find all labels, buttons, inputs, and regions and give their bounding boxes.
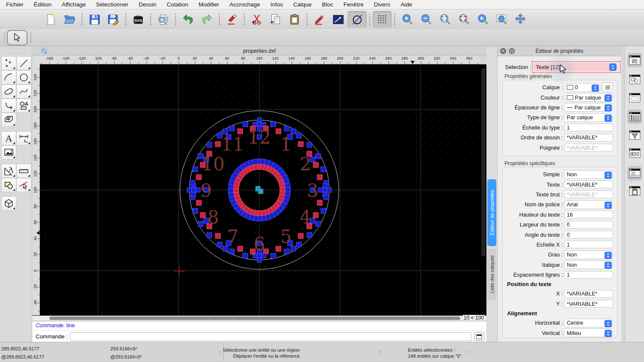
- combo-stepper-icon[interactable]: [605, 330, 612, 337]
- zoom-in-button[interactable]: [398, 11, 416, 27]
- specific-combo[interactable]: Non: [564, 260, 613, 269]
- redo-button[interactable]: [197, 11, 216, 27]
- tool-ellipse-button[interactable]: [1, 84, 16, 99]
- selection-combo[interactable]: Texte [12]: [533, 63, 617, 72]
- tool-line-button[interactable]: [16, 56, 31, 70]
- clipboard-window-button[interactable]: [627, 184, 642, 198]
- grid-toggle-button[interactable]: [373, 11, 392, 27]
- filter-window-button[interactable]: [627, 128, 642, 142]
- menu-bloc[interactable]: Bloc: [322, 1, 333, 8]
- specific-combo[interactable]: Centre: [564, 319, 613, 327]
- open-file-button[interactable]: [60, 11, 79, 27]
- specific-combo[interactable]: Non: [564, 170, 613, 179]
- specific-input[interactable]: 1: [564, 241, 613, 248]
- drawing-canvas[interactable]: 123456789101112: [40, 64, 480, 315]
- zoom-selection-button[interactable]: [454, 11, 473, 27]
- save-as-button[interactable]: [104, 11, 123, 27]
- specific-combo[interactable]: Milieu: [564, 329, 613, 337]
- canvas-vertical-scrollbar[interactable]: [480, 64, 486, 315]
- specific-input[interactable]: 16: [564, 211, 613, 218]
- command-panel-button[interactable]: [474, 332, 484, 341]
- general-input[interactable]: *VARIABLE*: [564, 134, 613, 142]
- tool-shapes-button[interactable]: [16, 99, 31, 113]
- copy-button[interactable]: [266, 11, 285, 27]
- document-tab-title[interactable]: properties.dxf: [243, 48, 276, 54]
- view-window-button[interactable]: [627, 146, 642, 160]
- combo-stepper-icon[interactable]: [605, 252, 612, 259]
- circle-line-button[interactable]: [348, 11, 367, 27]
- scrollbar-thumb[interactable]: [481, 68, 486, 256]
- tool-block-button[interactable]: [1, 178, 16, 192]
- menu-sélectionner[interactable]: Sélectionner: [96, 1, 128, 8]
- menu-calque[interactable]: Calque: [293, 1, 312, 8]
- menu-cotation[interactable]: Cotation: [167, 1, 188, 8]
- close-icon[interactable]: ✕: [500, 48, 506, 54]
- svg-export-button[interactable]: SVG: [129, 11, 148, 27]
- combo-stepper-icon[interactable]: [605, 115, 612, 122]
- save-button[interactable]: [85, 11, 104, 27]
- specific-input[interactable]: *VARIABLE*: [564, 290, 613, 298]
- float-window-icon[interactable]: [509, 48, 515, 54]
- tool-dimension-button[interactable]: [16, 131, 31, 145]
- eraser-button[interactable]: [222, 11, 241, 27]
- combo-stepper-icon[interactable]: [605, 172, 612, 179]
- tool-text-button[interactable]: A: [1, 131, 16, 145]
- tool-box3d-button[interactable]: [1, 196, 16, 211]
- property-editor-window-button[interactable]: [627, 53, 642, 67]
- zoom-previous-button[interactable]: [473, 11, 492, 27]
- command-input[interactable]: [70, 332, 471, 341]
- tool-spline-button[interactable]: [16, 84, 31, 99]
- specific-combo[interactable]: Non: [564, 250, 613, 259]
- tool-circle-button[interactable]: [16, 70, 31, 84]
- list-view-window-button[interactable]: [627, 109, 642, 124]
- specific-input[interactable]: *VARIABLE*: [564, 300, 613, 308]
- menu-modifier[interactable]: Modifier: [198, 1, 219, 8]
- general-input[interactable]: *VARIABLE*: [564, 144, 613, 151]
- combo-stepper-icon[interactable]: [609, 63, 617, 71]
- specific-input[interactable]: *VARIABLE*: [564, 190, 613, 198]
- menu-édition[interactable]: Édition: [34, 1, 52, 8]
- zoom-auto-button[interactable]: [435, 11, 454, 27]
- general-input[interactable]: 1: [564, 124, 613, 131]
- menu-accrochage[interactable]: Accrochage: [229, 1, 260, 8]
- undo-button[interactable]: [179, 11, 197, 27]
- new-file-button[interactable]: [41, 11, 60, 27]
- menu-divers[interactable]: Divers: [374, 1, 390, 8]
- scrollbar-thumb[interactable]: [49, 317, 460, 320]
- paste-button[interactable]: [285, 11, 304, 27]
- tab-layer-list[interactable]: Liste des calques: [487, 249, 496, 300]
- combo-stepper-icon[interactable]: [592, 84, 599, 92]
- canvas-horizontal-scrollbar[interactable]: 10 < 100: [32, 315, 486, 321]
- draw-pencil-button[interactable]: [310, 11, 329, 27]
- specific-input[interactable]: 0: [564, 221, 613, 229]
- combo-stepper-icon[interactable]: [605, 94, 612, 102]
- general-combo[interactable]: Par calque: [564, 93, 613, 102]
- tool-hatch-button[interactable]: [1, 113, 16, 127]
- line-arrow-button[interactable]: [329, 11, 348, 27]
- tab-property-editor[interactable]: Éditeur de propriétés: [487, 179, 496, 246]
- menu-fenêtre[interactable]: Fenêtre: [343, 1, 364, 8]
- block-list-window-button[interactable]: [627, 72, 642, 87]
- general-combo[interactable]: Par calque: [564, 103, 613, 112]
- combo-stepper-icon[interactable]: [605, 320, 612, 327]
- tool-measure-button[interactable]: [1, 164, 16, 178]
- specific-input[interactable]: *VARIABLE*: [564, 181, 613, 188]
- specific-combo[interactable]: Arial: [564, 200, 613, 209]
- general-combo[interactable]: 0: [564, 83, 600, 92]
- combo-stepper-icon[interactable]: [605, 104, 612, 112]
- cut-button[interactable]: [247, 11, 266, 27]
- command-history-window-button[interactable]: [627, 166, 642, 181]
- general-combo[interactable]: Par calque: [564, 113, 613, 122]
- library-window-button[interactable]: [627, 90, 642, 105]
- tool-image-button[interactable]: [1, 145, 16, 160]
- layer-menu-icon[interactable]: [602, 82, 613, 92]
- menu-affichage[interactable]: Affichage: [62, 1, 86, 8]
- print-preview-button[interactable]: [154, 11, 173, 27]
- menu-dessin[interactable]: Dessin: [139, 1, 156, 8]
- tool-polyline-button[interactable]: [1, 99, 16, 113]
- menu-infos[interactable]: Infos: [270, 1, 283, 8]
- specific-input[interactable]: 0: [564, 231, 613, 238]
- specific-input[interactable]: 1: [564, 271, 613, 279]
- zoom-out-button[interactable]: [416, 11, 435, 27]
- selection-tool-button[interactable]: [7, 30, 27, 45]
